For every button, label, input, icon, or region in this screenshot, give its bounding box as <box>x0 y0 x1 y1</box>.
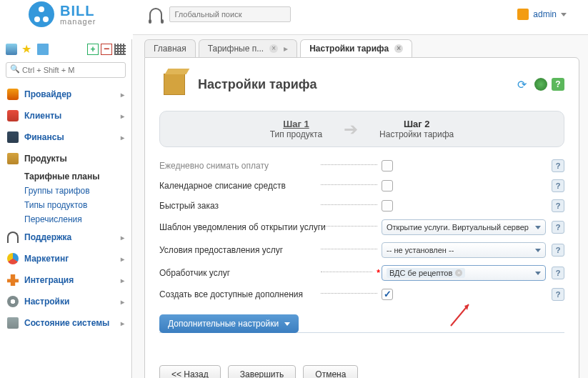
grid-icon[interactable] <box>114 44 126 55</box>
chevron-right-icon: ▸ <box>121 319 124 327</box>
tab-label: Тарифные п... <box>208 44 264 54</box>
notification-template-select[interactable]: Открытие услуги. Виртуальный сервер <box>382 219 546 235</box>
expand-all-icon[interactable]: + <box>87 44 99 55</box>
favorite-icon[interactable]: ★ <box>21 44 33 55</box>
page-title: Настройки тарифа <box>198 77 317 92</box>
row-create-addons: Создать все доступные дополнения ? <box>159 284 564 304</box>
tab-tariff-settings[interactable]: Настройки тарифа × <box>300 39 412 57</box>
sidebar-item-provider[interactable]: Провайдер ▸ <box>0 84 131 105</box>
logo-subtitle: manager <box>60 18 96 26</box>
row-quick-order: Быстрый заказ ? <box>159 196 564 216</box>
field-help-icon[interactable]: ? <box>552 288 564 301</box>
chevron-right-icon: ▸ <box>121 255 124 263</box>
page-icon <box>159 69 189 99</box>
required-asterisk: * <box>377 268 380 278</box>
chevron-right-icon: ▸ <box>121 277 124 284</box>
create-addons-checkbox[interactable] <box>382 289 393 300</box>
app-header: BILL manager admin <box>0 0 588 29</box>
user-menu[interactable]: admin <box>517 9 567 20</box>
row-service-handler: Обработчик услуг * ВДС бе рецептов× ? <box>159 262 564 284</box>
close-icon[interactable]: × <box>269 44 278 53</box>
row-notification-template: Шаблон уведомления об открытии услуги От… <box>159 216 564 239</box>
chevron-right-icon: ▸ <box>121 234 124 242</box>
field-label: Обработчик услуг <box>159 268 317 278</box>
globe-icon[interactable] <box>534 78 547 91</box>
field-help-icon[interactable]: ? <box>552 267 564 279</box>
step-title: Шаг 2 <box>379 119 454 129</box>
field-help-icon[interactable]: ? <box>552 179 564 192</box>
chevron-right-icon: ▸ <box>121 298 124 306</box>
sidebar-search-input[interactable] <box>6 62 126 78</box>
logo: BILL manager <box>29 1 96 27</box>
panel-icon[interactable] <box>37 44 49 55</box>
service-handler-select[interactable]: ВДС бе рецептов× <box>382 265 546 281</box>
sidebar-item-finance[interactable]: Финансы ▸ <box>0 126 131 148</box>
help-icon[interactable]: ? <box>552 78 564 91</box>
sidebar-item-label: Настройки <box>24 297 69 307</box>
tab-main[interactable]: Главная <box>144 39 196 57</box>
tab-label: Главная <box>154 44 186 54</box>
admin-avatar-icon <box>517 9 529 20</box>
select-value: Открытие услуги. Виртуальный сервер <box>387 223 529 232</box>
sidebar-item-support[interactable]: Поддержка ▸ <box>0 227 131 248</box>
sidebar-sub-tariff-plans[interactable]: Тарифные планы <box>0 169 131 184</box>
daily-charge-checkbox[interactable] <box>382 160 393 171</box>
integration-icon <box>7 274 19 286</box>
field-label: Быстрый заказ <box>159 201 317 211</box>
tab-label: Настройки тарифа <box>309 44 389 54</box>
products-icon <box>7 153 19 164</box>
select-value: -- не установлен -- <box>387 246 454 254</box>
field-help-icon[interactable]: ? <box>552 159 564 172</box>
field-label: Условия предоставления услуг <box>159 245 317 255</box>
tab-tariff-plans[interactable]: Тарифные п... × ▸ <box>199 39 297 57</box>
finish-button[interactable]: Завершить <box>228 365 297 378</box>
global-search-input[interactable] <box>169 6 291 22</box>
sidebar-sub-enumerations[interactable]: Перечисления <box>0 212 131 227</box>
sidebar-item-label: Финансы <box>24 132 64 142</box>
logo-title: BILL <box>60 4 96 18</box>
sidebar-item-system[interactable]: Состояние системы ▸ <box>0 312 131 334</box>
wizard-buttons: << Назад Завершить Отмена <box>159 365 358 378</box>
sidebar-item-clients[interactable]: Клиенты ▸ <box>0 105 131 126</box>
sidebar-item-settings[interactable]: Настройки ▸ <box>0 291 131 312</box>
field-help-icon[interactable]: ? <box>552 199 564 212</box>
step-subtitle: Тип продукта <box>270 129 322 139</box>
cancel-button[interactable]: Отмена <box>303 365 358 378</box>
sidebar-item-label: Интеграция <box>24 275 74 285</box>
sidebar-item-label: Поддержка <box>24 232 71 242</box>
wizard-step-1[interactable]: Шаг 1 Тип продукта <box>270 119 322 139</box>
select-tag: ВДС бе рецептов× <box>387 268 465 278</box>
sidebar-item-label: Продукты <box>24 154 67 164</box>
field-label: Ежедневно снимать оплату <box>159 161 317 171</box>
sidebar-item-products[interactable]: Продукты <box>0 148 131 169</box>
clipboard-icon[interactable] <box>6 44 17 55</box>
additional-settings-toggle[interactable]: Дополнительные настройки <box>159 314 299 333</box>
field-help-icon[interactable]: ? <box>552 244 564 257</box>
sidebar-item-integration[interactable]: Интеграция ▸ <box>0 269 131 291</box>
row-service-terms: Условия предоставления услуг -- не устан… <box>159 239 564 262</box>
wizard-steps: Шаг 1 Тип продукта ➔ Шаг 2 Настройки тар… <box>159 111 564 147</box>
calendar-writeoff-checkbox[interactable] <box>382 180 393 192</box>
refresh-icon[interactable]: ⟳ <box>517 78 530 91</box>
close-icon[interactable]: × <box>394 44 403 53</box>
field-label: Шаблон уведомления об открытии услуги <box>159 222 317 232</box>
clients-icon <box>7 110 19 121</box>
chevron-right-icon: ▸ <box>121 91 124 99</box>
sidebar-item-marketing[interactable]: Маркетинг ▸ <box>0 248 131 269</box>
remove-tag-icon[interactable]: × <box>455 269 462 277</box>
sidebar-item-label: Маркетинг <box>24 254 69 264</box>
chevron-right-icon: ▸ <box>121 134 124 141</box>
headset-icon[interactable] <box>149 8 162 21</box>
collapse-all-icon[interactable]: − <box>101 44 112 55</box>
sidebar-item-label: Клиенты <box>24 111 61 121</box>
sidebar-toolbar: ★ + − <box>0 39 131 59</box>
additional-settings-section: Дополнительные настройки <box>159 314 564 333</box>
settings-form: Ежедневно снимать оплату ? Календарное с… <box>145 156 579 304</box>
back-button[interactable]: << Назад <box>159 365 221 378</box>
tab-bar: Главная Тарифные п... × ▸ Настройки тари… <box>133 35 588 57</box>
sidebar-sub-product-types[interactable]: Типы продуктов <box>0 198 131 212</box>
field-help-icon[interactable]: ? <box>552 221 564 234</box>
sidebar-sub-tariff-groups[interactable]: Группы тарифов <box>0 184 131 198</box>
quick-order-checkbox[interactable] <box>382 200 393 212</box>
service-terms-select[interactable]: -- не установлен -- <box>382 242 546 258</box>
